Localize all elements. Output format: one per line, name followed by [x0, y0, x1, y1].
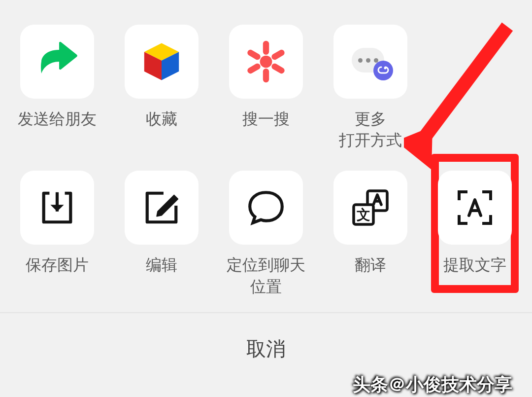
action-extract-text[interactable]: 提取文字 [428, 171, 522, 297]
action-send-to-friend[interactable]: 发送给朋友 [10, 25, 104, 151]
action-grid: 发送给朋友 收藏 [0, 0, 532, 312]
tile [125, 25, 199, 99]
tile [20, 171, 94, 245]
watermark-text: 头条＠小俊技术分享 [353, 373, 512, 397]
action-label: 搜一搜 [242, 108, 290, 130]
translate-icon: 文 [351, 188, 390, 227]
action-save-image[interactable]: 保存图片 [10, 171, 104, 297]
action-label: 收藏 [146, 108, 177, 130]
action-label: 保存图片 [26, 254, 89, 276]
svg-point-10 [384, 67, 387, 70]
tile [229, 25, 303, 99]
edit-icon [142, 188, 181, 227]
more-mini-icon [347, 38, 394, 85]
action-label: 提取文字 [443, 254, 506, 276]
tile [438, 171, 512, 245]
cancel-label: 取消 [246, 335, 286, 362]
action-label: 定位到聊天 位置 [227, 254, 305, 297]
cube-icon [140, 40, 183, 83]
action-label: 更多 打开方式 [339, 108, 402, 151]
action-locate-in-chat[interactable]: 定位到聊天 位置 [219, 171, 313, 297]
tile [333, 25, 407, 99]
action-label: 发送给朋友 [18, 108, 97, 130]
action-label: 编辑 [146, 254, 177, 276]
download-icon [38, 188, 76, 227]
tile: 文 [333, 171, 407, 245]
svg-line-8 [251, 67, 258, 71]
action-edit[interactable]: 编辑 [114, 171, 209, 297]
ocr-icon [455, 188, 495, 227]
tile [20, 25, 94, 99]
svg-line-9 [251, 53, 258, 57]
share-arrow-icon [33, 38, 81, 85]
highlight-box: 提取文字 [431, 154, 519, 292]
action-sheet: 发送给朋友 收藏 [0, 0, 532, 385]
tile [125, 171, 199, 245]
asterisk-icon [244, 39, 288, 84]
action-label: 翻译 [355, 254, 386, 276]
chat-bubble-icon [246, 187, 286, 228]
tile [229, 171, 303, 245]
svg-text:文: 文 [357, 207, 370, 222]
svg-point-3 [260, 56, 272, 68]
action-search[interactable]: 搜一搜 [219, 25, 313, 151]
action-favorite[interactable]: 收藏 [114, 25, 209, 151]
svg-line-5 [275, 53, 282, 57]
action-translate[interactable]: 文 翻译 [323, 171, 418, 297]
svg-line-6 [275, 67, 282, 71]
action-more-open-with[interactable]: 更多 打开方式 [323, 25, 418, 151]
